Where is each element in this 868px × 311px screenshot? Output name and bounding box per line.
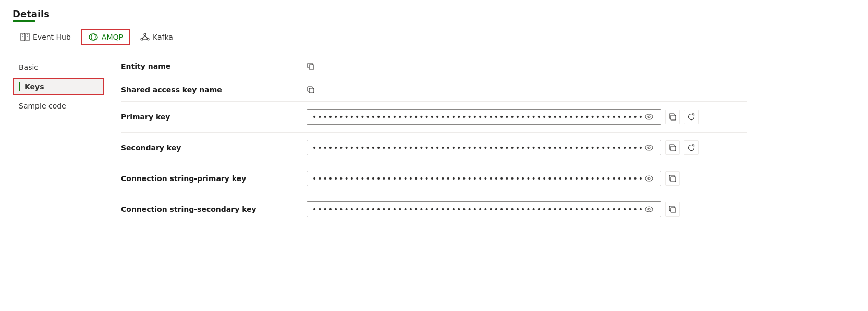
amqp-icon [88, 33, 99, 41]
svg-point-6 [91, 34, 95, 40]
svg-rect-26 [671, 208, 676, 212]
svg-point-21 [645, 176, 653, 181]
secondary-key-copy-button[interactable] [665, 140, 680, 155]
svg-point-18 [645, 145, 653, 150]
entity-name-value [307, 62, 747, 70]
svg-point-19 [648, 147, 650, 149]
svg-rect-13 [309, 65, 314, 69]
svg-point-22 [648, 177, 650, 180]
sidebar-item-keys-label: Keys [25, 82, 44, 91]
shared-access-key-name-label: Shared access key name [121, 86, 298, 94]
connection-string-primary-copy-button[interactable] [665, 171, 680, 186]
sidebar-active-indicator [19, 82, 20, 91]
svg-point-24 [645, 207, 653, 212]
sidebar-item-basic[interactable]: Basic [13, 59, 104, 76]
field-row-connection-string-secondary: Connection string-secondary key ••••••••… [121, 194, 747, 224]
field-row-connection-string-primary: Connection string-primary key ••••••••••… [121, 163, 747, 194]
primary-key-value: ••••••••••••••••••••••••••••••••••••••••… [307, 109, 747, 125]
connection-string-secondary-visibility-toggle[interactable] [643, 205, 655, 213]
header: Details [0, 8, 868, 28]
svg-rect-23 [671, 177, 676, 182]
connection-string-secondary-value: ••••••••••••••••••••••••••••••••••••••••… [307, 201, 747, 217]
fields-table: Entity name Shared access key name [121, 55, 747, 224]
entity-name-label: Entity name [121, 62, 298, 70]
secondary-key-dots: ••••••••••••••••••••••••••••••••••••••••… [312, 143, 643, 152]
secondary-key-value: ••••••••••••••••••••••••••••••••••••••••… [307, 140, 747, 156]
sidebar-item-sample-code[interactable]: Sample code [13, 98, 104, 114]
field-row-shared-access-key-name: Shared access key name [121, 78, 747, 102]
connection-string-secondary-input: ••••••••••••••••••••••••••••••••••••••••… [307, 201, 661, 217]
svg-point-15 [645, 114, 653, 119]
primary-key-label: Primary key [121, 113, 298, 121]
svg-line-10 [142, 35, 145, 39]
svg-rect-14 [309, 88, 314, 93]
page-title: Details [13, 8, 855, 19]
header-underline [13, 20, 35, 22]
tab-amqp[interactable]: AMQP [81, 29, 130, 45]
sidebar-item-keys[interactable]: Keys [13, 78, 104, 95]
connection-string-primary-dots: ••••••••••••••••••••••••••••••••••••••••… [312, 174, 643, 183]
content-area: Entity name Shared access key name [104, 51, 868, 311]
svg-point-25 [648, 208, 650, 210]
tab-kafka-label: Kafka [153, 33, 173, 41]
secondary-key-input: ••••••••••••••••••••••••••••••••••••••••… [307, 140, 661, 156]
entity-name-copy-button[interactable] [307, 62, 315, 70]
secondary-key-label: Secondary key [121, 143, 298, 152]
primary-key-refresh-button[interactable] [684, 110, 699, 124]
main-body: Basic Keys Sample code Entity name [0, 46, 868, 311]
tab-bar: Event Hub AMQP [0, 28, 868, 46]
field-row-secondary-key: Secondary key ••••••••••••••••••••••••••… [121, 133, 747, 163]
field-row-entity-name: Entity name [121, 55, 747, 78]
kafka-icon [140, 33, 150, 41]
shared-access-key-name-value [307, 86, 747, 94]
connection-string-secondary-label: Connection string-secondary key [121, 205, 298, 213]
tab-amqp-label: AMQP [102, 33, 123, 41]
event-hub-icon [20, 33, 30, 41]
tab-kafka[interactable]: Kafka [132, 28, 181, 46]
tab-event-hub[interactable]: Event Hub [13, 28, 79, 46]
sidebar-item-sample-code-label: Sample code [19, 102, 66, 110]
svg-rect-0 [21, 33, 25, 41]
connection-string-primary-value: ••••••••••••••••••••••••••••••••••••••••… [307, 171, 747, 186]
page: Details Event Hub [0, 0, 868, 311]
primary-key-input: ••••••••••••••••••••••••••••••••••••••••… [307, 109, 661, 125]
connection-string-secondary-dots: ••••••••••••••••••••••••••••••••••••••••… [312, 205, 643, 213]
primary-key-dots: ••••••••••••••••••••••••••••••••••••••••… [312, 113, 643, 121]
connection-string-primary-visibility-toggle[interactable] [643, 174, 655, 183]
svg-rect-20 [671, 146, 676, 151]
sidebar: Basic Keys Sample code [0, 51, 104, 311]
svg-point-16 [648, 116, 650, 118]
secondary-key-visibility-toggle[interactable] [643, 143, 655, 152]
primary-key-visibility-toggle[interactable] [643, 113, 655, 121]
tab-event-hub-label: Event Hub [33, 33, 71, 41]
svg-line-11 [145, 35, 148, 39]
secondary-key-refresh-button[interactable] [684, 140, 699, 155]
shared-access-key-name-copy-button[interactable] [307, 86, 315, 94]
svg-rect-1 [26, 33, 29, 41]
connection-string-primary-input: ••••••••••••••••••••••••••••••••••••••••… [307, 171, 661, 186]
primary-key-copy-button[interactable] [665, 110, 680, 124]
svg-rect-17 [671, 115, 676, 120]
field-row-primary-key: Primary key ••••••••••••••••••••••••••••… [121, 102, 747, 133]
sidebar-item-basic-label: Basic [19, 63, 38, 71]
connection-string-secondary-copy-button[interactable] [665, 202, 680, 217]
svg-point-7 [144, 33, 146, 35]
connection-string-primary-label: Connection string-primary key [121, 174, 298, 183]
